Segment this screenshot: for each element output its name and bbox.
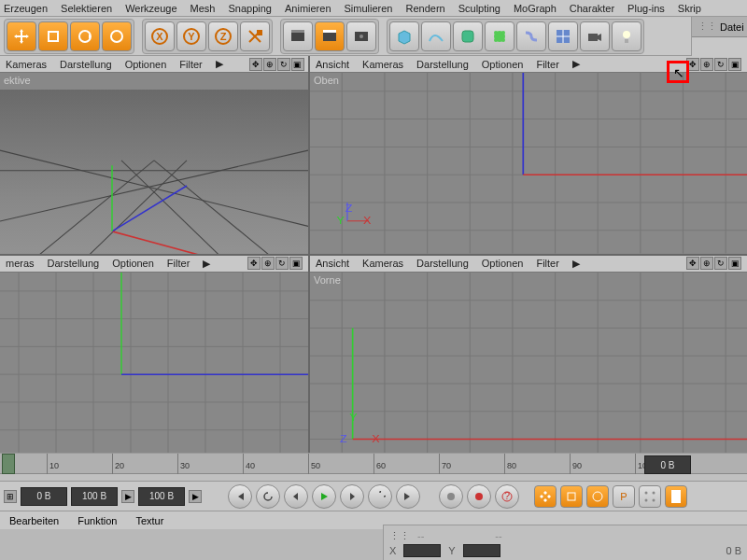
key-pla-button[interactable]: [639, 485, 661, 508]
menu-sculpting[interactable]: Sculpting: [458, 3, 500, 14]
vp-pan-icon[interactable]: ✥: [686, 58, 699, 71]
goto-start-button[interactable]: [228, 484, 252, 509]
vp-zoom-icon[interactable]: ⊕: [263, 58, 276, 71]
vp-rotate-icon[interactable]: ↻: [277, 58, 290, 71]
range-toggle[interactable]: ⊞: [4, 490, 17, 503]
vp-zoom-icon[interactable]: ⊕: [700, 257, 713, 270]
range-arrow[interactable]: ▶: [121, 490, 134, 503]
menu-snapping[interactable]: Snapping: [228, 3, 272, 14]
scale-tool[interactable]: [38, 21, 68, 51]
cube-primitive[interactable]: [389, 21, 419, 51]
vp-menu-filter[interactable]: Filter: [179, 59, 202, 70]
render-region-tool[interactable]: [315, 21, 345, 51]
vp-arrow[interactable]: ▶: [572, 258, 580, 270]
render-view-tool[interactable]: [283, 21, 313, 51]
menu-skript[interactable]: Skrip: [678, 3, 701, 14]
vp-menu-kameras[interactable]: Kameras: [362, 258, 403, 269]
vp-rotate-icon[interactable]: ↻: [714, 58, 727, 71]
viewport-front[interactable]: Ansicht Kameras Darstellung Optionen Fil…: [310, 256, 747, 454]
picture-viewer-tool[interactable]: [346, 21, 376, 51]
sidebar-tab-datei[interactable]: ⋮⋮Datei: [692, 17, 747, 37]
vp-pan-icon[interactable]: ✥: [247, 257, 261, 270]
viewport-top[interactable]: Ansicht Kameras Darstellung Optionen Fil…: [310, 56, 747, 254]
viewport-side[interactable]: meras Darstellung Optionen Filter ▶ ✥ ⊕ …: [0, 256, 308, 454]
menu-erzeugen[interactable]: Erzeugen: [4, 3, 48, 14]
vp-pan-icon[interactable]: ✥: [249, 58, 262, 71]
nurbs-tool[interactable]: [453, 21, 483, 51]
vp-toggle-icon[interactable]: ▣: [728, 58, 741, 71]
x-axis-toggle[interactable]: X: [145, 21, 175, 51]
frame-marker[interactable]: [2, 454, 15, 474]
y-axis-toggle[interactable]: Y: [176, 21, 206, 51]
total-frames[interactable]: 100 B: [138, 487, 185, 506]
menu-werkzeuge[interactable]: Werkzeuge: [125, 3, 176, 14]
coord-system-tool[interactable]: [240, 21, 270, 51]
camera-tool[interactable]: [580, 21, 610, 51]
menu-bearbeiten[interactable]: Bearbeiten: [9, 515, 59, 526]
vp-menu-darstellung[interactable]: Darstellung: [60, 59, 112, 70]
rotate-tool[interactable]: [70, 21, 100, 51]
vp-toggle-icon[interactable]: ▣: [289, 257, 303, 270]
play-button[interactable]: [312, 484, 336, 509]
key-scale-button[interactable]: [560, 485, 583, 508]
vp-menu-darstellung[interactable]: Darstellung: [416, 59, 469, 70]
vp-menu-ansicht[interactable]: Ansicht: [316, 59, 349, 70]
vp-menu-darstellung[interactable]: Darstellung: [416, 258, 469, 269]
light-tool[interactable]: [612, 21, 641, 51]
timeline[interactable]: 10 20 30 40 50 60 70 80 90 100 0 B: [0, 453, 747, 481]
menu-mesh[interactable]: Mesh: [190, 3, 216, 14]
menu-animieren[interactable]: Animieren: [285, 3, 331, 14]
end-frame[interactable]: 100 B: [71, 487, 118, 506]
generator-tool[interactable]: [485, 21, 514, 51]
deformer-tool[interactable]: [516, 21, 546, 51]
goto-end-button[interactable]: [396, 484, 420, 509]
vp-menu-filter[interactable]: Filter: [167, 258, 190, 269]
step-back-button[interactable]: [284, 484, 308, 509]
vp-menu-kameras[interactable]: Kameras: [362, 59, 403, 70]
vp-menu-optionen[interactable]: Optionen: [125, 59, 167, 70]
range-arrow2[interactable]: ▶: [189, 490, 202, 503]
help-button[interactable]: ?: [495, 484, 519, 509]
record-button[interactable]: [439, 484, 463, 509]
next-key-button[interactable]: [368, 484, 392, 509]
vp-arrow[interactable]: ▶: [203, 258, 210, 270]
viewport-perspective[interactable]: Kameras Darstellung Optionen Filter ▶ ✥ …: [0, 56, 308, 254]
z-axis-toggle[interactable]: Z: [208, 21, 238, 51]
move-tool[interactable]: [7, 21, 36, 51]
menu-selektieren[interactable]: Selektieren: [61, 3, 112, 14]
menu-funktion[interactable]: Funktion: [78, 515, 117, 526]
environment-tool[interactable]: [548, 21, 578, 51]
vp-rotate-icon[interactable]: ↻: [714, 257, 727, 270]
key-rot-button[interactable]: [586, 485, 609, 508]
menu-simulieren[interactable]: Simulieren: [345, 3, 393, 14]
spline-tool[interactable]: [421, 21, 451, 51]
vp-menu-optionen[interactable]: Optionen: [482, 258, 524, 269]
frame-display[interactable]: 0 B: [644, 455, 691, 474]
key-pos-button[interactable]: [534, 485, 557, 508]
menu-plugins[interactable]: Plug-ins: [627, 3, 665, 14]
menu-rendern[interactable]: Rendern: [405, 3, 444, 14]
start-frame[interactable]: 0 B: [21, 487, 67, 506]
vp-menu-kameras[interactable]: Kameras: [6, 59, 47, 70]
rotate2-tool[interactable]: [102, 21, 132, 51]
vp-menu-filter[interactable]: Filter: [536, 59, 558, 70]
vp-arrow[interactable]: ▶: [572, 58, 580, 70]
autokey-button[interactable]: [467, 484, 491, 509]
vp-zoom-icon[interactable]: ⊕: [700, 58, 713, 71]
menu-charakter[interactable]: Charakter: [570, 3, 614, 14]
vp-menu-kameras[interactable]: meras: [6, 258, 35, 269]
vp-rotate-icon[interactable]: ↻: [275, 257, 289, 270]
key-param-button[interactable]: P: [613, 485, 635, 508]
step-forward-button[interactable]: [340, 484, 364, 509]
vp-menu-darstellung[interactable]: Darstellung: [48, 258, 100, 269]
key-film-button[interactable]: [665, 485, 687, 508]
vp-menu-ansicht[interactable]: Ansicht: [316, 258, 349, 269]
menu-mograph[interactable]: MoGraph: [514, 3, 557, 14]
vp-menu-filter[interactable]: Filter: [536, 258, 558, 269]
vp-menu-optionen[interactable]: Optionen: [112, 258, 154, 269]
vp-toggle-icon[interactable]: ▣: [728, 257, 741, 270]
vp-zoom-icon[interactable]: ⊕: [261, 257, 275, 270]
vp-pan-icon[interactable]: ✥: [686, 257, 699, 270]
menu-textur[interactable]: Textur: [135, 515, 163, 526]
vp-arrow[interactable]: ▶: [216, 58, 223, 70]
